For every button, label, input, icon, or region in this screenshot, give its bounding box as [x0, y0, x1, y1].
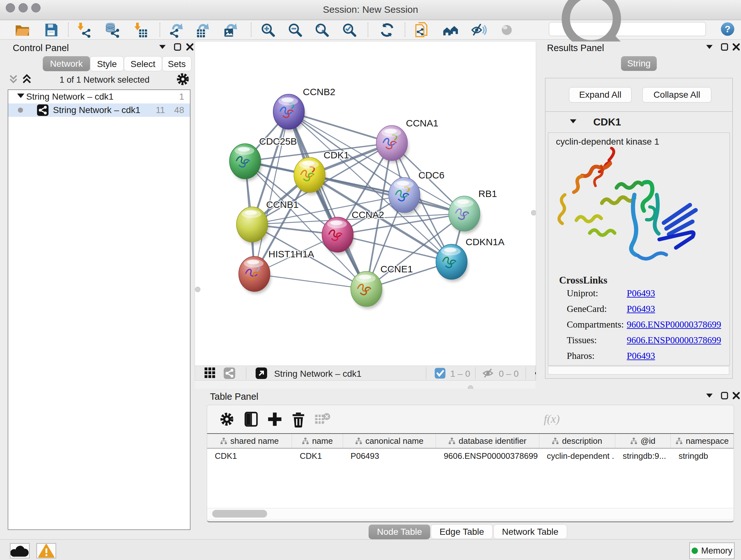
grid-view-icon[interactable]: [204, 368, 217, 379]
node-RB1[interactable]: RB1: [449, 188, 497, 233]
network-collection-row[interactable]: String Network – cdk1 1: [8, 90, 190, 104]
close-panel-icon[interactable]: [185, 42, 195, 52]
collapse-panel-icon[interactable]: [704, 42, 714, 52]
expand-all-networks-icon[interactable]: [20, 72, 34, 87]
table-row[interactable]: CDK1CDK1P064939606.ENSP00000378699cyclin…: [207, 449, 734, 463]
open-session-icon[interactable]: [13, 21, 31, 39]
results-scrollbar[interactable]: [548, 366, 729, 374]
crosslink-link[interactable]: P06493: [627, 351, 655, 361]
table-empty-area: [207, 463, 734, 508]
delete-column-icon[interactable]: [290, 411, 307, 428]
edge-CDK1-RB1[interactable]: [310, 175, 464, 213]
scrollbar-thumb[interactable]: [212, 510, 267, 517]
zoom-in-icon[interactable]: [259, 21, 277, 39]
search-input[interactable]: [549, 22, 706, 36]
collapse-all-networks-icon[interactable]: [7, 73, 20, 87]
edge-HIST1H1A-CCNE1[interactable]: [254, 274, 366, 289]
tab-edge-table[interactable]: Edge Table: [431, 524, 493, 539]
node-CDC6[interactable]: CDC6: [389, 170, 445, 215]
network-row[interactable]: String Network – cdk1 11 48: [8, 104, 190, 117]
homes-icon[interactable]: [442, 21, 460, 39]
column-header-shared-name[interactable]: shared name: [207, 434, 292, 448]
network-view[interactable]: CCNB2 CCNA1 CDC25B CDK1 CDC6 RB1 CCNB1: [203, 43, 531, 366]
cell[interactable]: stringdb:9...: [615, 449, 671, 463]
horizontal-splitter[interactable]: [195, 381, 536, 389]
tab-network-table[interactable]: Network Table: [493, 524, 567, 539]
zoom-selected-icon[interactable]: [340, 21, 358, 39]
column-header--id[interactable]: @id: [615, 434, 671, 448]
export-image-icon[interactable]: [221, 21, 239, 39]
section-expander-icon[interactable]: [568, 117, 578, 127]
tab-sets[interactable]: Sets: [162, 56, 192, 71]
column-header-description[interactable]: description: [539, 434, 615, 448]
tab-network[interactable]: Network: [43, 56, 90, 71]
left-splitter-handle[interactable]: [195, 287, 200, 292]
cell[interactable]: CDK1: [207, 449, 292, 463]
import-network-icon[interactable]: [75, 21, 93, 39]
cell[interactable]: CDK1: [292, 449, 343, 463]
crosslink-link[interactable]: 9606.ENSP00000378699: [627, 335, 721, 346]
table-h-scrollbar[interactable]: [207, 508, 734, 519]
show-columns-icon[interactable]: [243, 411, 259, 428]
column-header-namespace[interactable]: namespace: [671, 434, 734, 448]
export-table-icon[interactable]: [194, 21, 212, 39]
tab-string[interactable]: String: [621, 56, 657, 71]
edge-count: 48: [174, 105, 184, 115]
crosslink-link[interactable]: 9606.ENSP00000378699: [627, 319, 721, 330]
collapse-panel-icon[interactable]: [158, 42, 167, 52]
tab-node-table[interactable]: Node Table: [368, 524, 430, 539]
save-session-icon[interactable]: [42, 21, 60, 39]
close-panel-icon[interactable]: [731, 391, 741, 400]
crosslink-link[interactable]: P06493: [627, 288, 655, 299]
import-table-icon[interactable]: [131, 21, 149, 39]
cell[interactable]: stringdb: [671, 449, 734, 463]
node-CCNA1[interactable]: CCNA1: [376, 118, 439, 163]
cell[interactable]: P06493: [343, 449, 436, 463]
add-column-icon[interactable]: [266, 411, 283, 428]
crosslink-label: Uniprot:: [567, 288, 627, 299]
network-options-gear-icon[interactable]: [175, 71, 191, 88]
tab-select[interactable]: Select: [124, 56, 162, 71]
column-header-name[interactable]: name: [292, 434, 343, 448]
edge-CCNB2-CCNE1[interactable]: [289, 112, 366, 289]
selected-checkbox-icon[interactable]: [434, 368, 447, 379]
collapse-panel-icon[interactable]: [704, 391, 714, 400]
export-network-icon[interactable]: [168, 21, 186, 39]
column-header-database-identifier[interactable]: database identifier: [436, 434, 539, 448]
node-CCNB1[interactable]: CCNB1: [237, 199, 299, 244]
help-button[interactable]: ?: [720, 21, 735, 37]
import-database-icon[interactable]: [104, 21, 121, 39]
column-header-canonical-name[interactable]: canonical name: [343, 434, 436, 448]
crosslink-link[interactable]: P06493: [627, 304, 655, 314]
float-panel-icon[interactable]: [720, 391, 730, 400]
node-CCNB2[interactable]: CCNB2: [273, 86, 335, 132]
node-CCNE1[interactable]: CCNE1: [351, 264, 413, 309]
zoom-fit-icon[interactable]: [313, 21, 331, 39]
collapse-all-button[interactable]: Collapse All: [643, 87, 711, 103]
share-document-icon[interactable]: [414, 21, 431, 39]
close-panel-icon[interactable]: [731, 42, 741, 52]
hide-details-icon[interactable]: [470, 21, 488, 39]
float-panel-icon[interactable]: [173, 42, 183, 52]
node-HIST1H1A[interactable]: HIST1H1A: [239, 249, 314, 294]
share-view-icon[interactable]: [223, 368, 236, 379]
table-options-gear-icon[interactable]: [219, 411, 235, 428]
memory-button[interactable]: Memory: [689, 543, 735, 559]
cell[interactable]: 9606.ENSP00000378699: [436, 449, 539, 463]
gene-section-header[interactable]: CDK1: [545, 111, 732, 132]
collection-expander-icon[interactable]: [15, 90, 26, 104]
hidden-eye-slash-icon[interactable]: [482, 368, 494, 379]
crosslink-row: Pharos:P06493: [567, 351, 730, 361]
tab-style[interactable]: Style: [90, 56, 124, 71]
float-panel-icon[interactable]: [720, 42, 730, 52]
svg-text:?: ?: [725, 23, 731, 34]
show-details-icon[interactable]: [498, 21, 516, 39]
cell[interactable]: cyclin-dependent ...: [539, 449, 615, 463]
zoom-out-icon[interactable]: [286, 21, 304, 39]
expand-all-button[interactable]: Expand All: [569, 87, 631, 103]
node-CDKN1A[interactable]: CDKN1A: [436, 237, 504, 282]
detach-view-icon[interactable]: [255, 368, 268, 379]
warning-icon[interactable]: [37, 543, 56, 558]
cloud-icon[interactable]: [10, 543, 30, 558]
refresh-icon[interactable]: [378, 21, 396, 39]
